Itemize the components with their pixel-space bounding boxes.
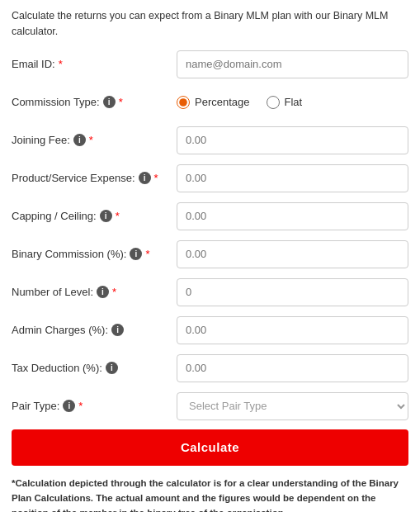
calculate-button[interactable]: Calculate (12, 429, 408, 466)
radio-flat-input[interactable] (267, 96, 280, 109)
tax-deduction-input[interactable] (177, 354, 408, 382)
joining-fee-info-icon[interactable]: i (73, 134, 86, 146)
product-expense-info-icon[interactable]: i (139, 172, 151, 184)
email-required: * (59, 58, 63, 70)
intro-text: Calculate the returns you can expect fro… (12, 8, 408, 40)
binary-commission-required: * (145, 248, 149, 260)
admin-charges-input[interactable] (177, 316, 408, 344)
email-row: Email ID: * (12, 50, 408, 79)
tax-deduction-wrap (177, 354, 408, 382)
capping-info-icon[interactable]: i (100, 210, 112, 222)
product-expense-required: * (154, 172, 158, 184)
binary-commission-wrap (177, 240, 408, 268)
tax-deduction-info-icon[interactable]: i (106, 362, 118, 374)
joining-fee-input[interactable] (177, 126, 408, 154)
number-of-level-label: Number of Level: i * (12, 286, 177, 298)
email-input[interactable] (177, 50, 408, 78)
capping-wrap (177, 202, 408, 230)
commission-type-row: Commission Type: i * Percentage Flat (12, 88, 408, 117)
number-of-level-required: * (112, 286, 116, 298)
radio-percentage[interactable]: Percentage (177, 96, 250, 109)
commission-type-wrap: Percentage Flat (177, 96, 408, 109)
capping-required: * (116, 210, 120, 222)
joining-fee-wrap (177, 126, 408, 154)
binary-commission-row: Binary Commission (%): i * (12, 239, 408, 269)
capping-row: Capping / Ceiling: i * (12, 201, 408, 231)
product-expense-row: Product/Service Expense: i * (12, 164, 408, 193)
admin-charges-wrap (177, 316, 408, 344)
number-of-level-row: Number of Level: i * (12, 277, 408, 307)
radio-percentage-label: Percentage (195, 96, 250, 108)
admin-charges-info-icon[interactable]: i (111, 324, 124, 336)
pair-type-select[interactable]: Select Pair Type 1:1 2:1 1:2 (177, 392, 408, 420)
admin-charges-label: Admin Charges (%): i (12, 324, 177, 336)
joining-fee-label: Joining Fee: i * (12, 134, 177, 146)
email-wrap (177, 50, 408, 78)
radio-flat[interactable]: Flat (267, 96, 303, 109)
commission-type-required: * (119, 96, 123, 108)
tax-deduction-label: Tax Deduction (%): i (12, 362, 177, 374)
product-expense-input[interactable] (177, 164, 408, 192)
binary-commission-input[interactable] (177, 240, 408, 268)
joining-fee-row: Joining Fee: i * (12, 126, 408, 155)
binary-commission-info-icon[interactable]: i (130, 248, 142, 260)
commission-type-label: Commission Type: i * (12, 96, 177, 108)
pair-type-wrap: Select Pair Type 1:1 2:1 1:2 (177, 392, 408, 420)
pair-type-info-icon[interactable]: i (63, 400, 75, 412)
capping-label: Capping / Ceiling: i * (12, 210, 177, 222)
radio-percentage-input[interactable] (177, 96, 190, 109)
number-of-level-info-icon[interactable]: i (97, 286, 109, 298)
email-label: Email ID: * (12, 58, 177, 70)
commission-type-radio-group: Percentage Flat (177, 96, 408, 109)
admin-charges-row: Admin Charges (%): i (12, 315, 408, 345)
number-of-level-input[interactable] (177, 278, 408, 306)
joining-fee-required: * (89, 134, 93, 146)
pair-type-label: Pair Type: i * (12, 400, 177, 412)
product-expense-label: Product/Service Expense: i * (12, 172, 177, 184)
disclaimer-text: *Calculation depicted through the calcul… (12, 476, 408, 513)
commission-type-info-icon[interactable]: i (103, 96, 116, 108)
product-expense-wrap (177, 164, 408, 192)
pair-type-row: Pair Type: i * Select Pair Type 1:1 2:1 … (12, 391, 408, 421)
binary-commission-label: Binary Commission (%): i * (12, 248, 177, 260)
capping-input[interactable] (177, 202, 408, 230)
radio-flat-label: Flat (285, 96, 303, 108)
tax-deduction-row: Tax Deduction (%): i (12, 353, 408, 383)
number-of-level-wrap (177, 278, 408, 306)
pair-type-required: * (78, 400, 83, 412)
